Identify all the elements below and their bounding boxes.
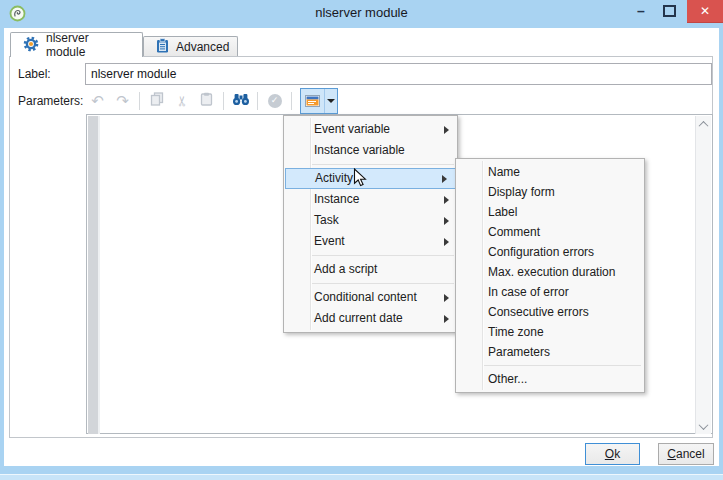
toolbar-separator	[223, 92, 224, 110]
minimize-button[interactable]: –	[628, 0, 654, 22]
parameters-toolbar: ↶ ↷ ✂	[86, 87, 338, 114]
check-circle-icon: ✓	[268, 94, 282, 108]
menu-item-label: Conditional content	[314, 290, 417, 304]
cancel-button-label: Cancel	[667, 447, 704, 461]
menu-item-activity[interactable]: Activity	[285, 168, 456, 189]
submenu-item-name[interactable]: Name	[456, 162, 644, 182]
submenu-arrow-icon	[444, 294, 449, 302]
redo-icon: ↷	[116, 93, 129, 108]
submenu-arrow-icon	[444, 238, 449, 246]
redo-button[interactable]: ↷	[111, 89, 134, 113]
menu-item-label: Task	[314, 213, 339, 227]
close-button[interactable]: ✕	[687, 0, 723, 23]
cancel-button[interactable]: Cancel	[658, 443, 714, 465]
scroll-up-button[interactable]	[696, 116, 711, 132]
tab-nlserver-module[interactable]: nlserver module	[10, 32, 143, 57]
menu-item-conditional-content[interactable]: Conditional content	[284, 287, 457, 308]
tab-advanced[interactable]: Advanced	[143, 36, 238, 57]
menu-item-event[interactable]: Event	[284, 231, 457, 252]
submenu-item-display-form[interactable]: Display form	[456, 182, 644, 202]
copy-button[interactable]	[145, 89, 168, 113]
menu-item-label: Instance variable	[314, 143, 405, 157]
menu-item-label: Add current date	[314, 311, 403, 325]
submenu-arrow-icon	[444, 315, 449, 323]
activity-submenu: Name Display form Label Comment Configur…	[455, 158, 645, 393]
menu-separator	[312, 255, 454, 256]
chevron-down-icon	[699, 420, 709, 430]
menu-item-label: Consecutive errors	[488, 305, 589, 319]
vertical-scrollbar[interactable]	[695, 116, 711, 434]
menu-item-event-variable[interactable]: Event variable	[284, 119, 457, 140]
undo-button[interactable]: ↶	[86, 89, 109, 113]
submenu-item-in-case-of-error[interactable]: In case of error	[456, 282, 644, 302]
binoculars-icon	[232, 93, 250, 109]
titlebar[interactable]: nlserver module – ✕	[0, 0, 723, 28]
menu-item-label: Name	[488, 165, 520, 179]
window-title: nlserver module	[0, 5, 723, 20]
submenu-arrow-icon	[444, 196, 449, 204]
menu-item-add-current-date[interactable]: Add current date	[284, 308, 457, 329]
maximize-icon	[663, 5, 676, 17]
submenu-item-parameters[interactable]: Parameters	[456, 342, 644, 362]
label-input[interactable]	[85, 63, 712, 85]
maximize-button[interactable]	[656, 0, 682, 22]
menu-item-label: Instance	[314, 192, 359, 206]
insert-variable-menu: Event variable Instance variable Activit…	[283, 115, 458, 333]
menu-separator	[312, 164, 454, 165]
menu-item-add-a-script[interactable]: Add a script	[284, 259, 457, 280]
submenu-item-max-execution-duration[interactable]: Max. execution duration	[456, 262, 644, 282]
menu-item-label: Other...	[488, 372, 527, 386]
submenu-item-time-zone[interactable]: Time zone	[456, 322, 644, 342]
submenu-item-consecutive-errors[interactable]: Consecutive errors	[456, 302, 644, 322]
ok-button-label: Ok	[605, 447, 620, 461]
submenu-item-configuration-errors[interactable]: Configuration errors	[456, 242, 644, 262]
dialog-window: nlserver module – ✕ nlserver module	[0, 0, 723, 480]
menu-item-label: Display form	[488, 185, 555, 199]
submenu-item-label[interactable]: Label	[456, 202, 644, 222]
menu-item-label: Comment	[488, 225, 540, 239]
gear-icon	[23, 36, 39, 55]
submenu-arrow-icon	[444, 126, 449, 134]
menu-separator	[312, 283, 454, 284]
window-bottom-border	[0, 466, 723, 474]
submenu-arrow-icon	[442, 175, 447, 183]
menu-item-instance[interactable]: Instance	[284, 189, 457, 210]
tab-label: Advanced	[176, 40, 229, 54]
toolbar-separator	[139, 92, 140, 110]
clipboard-icon	[156, 38, 169, 56]
ok-button[interactable]: Ok	[585, 443, 640, 465]
parameters-caption: Parameters:	[18, 94, 83, 108]
window-bottom-strip	[0, 474, 723, 480]
menu-item-label: Parameters	[488, 345, 550, 359]
chevron-down-icon	[327, 99, 335, 103]
undo-icon: ↶	[91, 93, 104, 108]
scroll-down-button[interactable]	[696, 418, 711, 434]
menu-item-label: Add a script	[314, 262, 377, 276]
minimize-icon: –	[637, 3, 645, 19]
toolbar-separator	[291, 92, 292, 110]
check-glyph: ✓	[271, 96, 279, 105]
submenu-item-comment[interactable]: Comment	[456, 222, 644, 242]
insert-field-icon[interactable]	[301, 89, 325, 113]
menu-item-instance-variable[interactable]: Instance variable	[284, 140, 457, 161]
menu-item-label: Configuration errors	[488, 245, 594, 259]
find-button[interactable]	[229, 89, 252, 113]
cut-button[interactable]: ✂	[170, 89, 193, 113]
submenu-item-other[interactable]: Other...	[456, 369, 644, 389]
validate-button[interactable]: ✓	[263, 89, 286, 113]
label-caption: Label:	[18, 67, 51, 81]
submenu-arrow-icon	[444, 217, 449, 225]
menu-item-label: Time zone	[488, 325, 544, 339]
menu-separator	[484, 365, 641, 366]
menu-item-label: Event variable	[314, 122, 390, 136]
menu-item-label: Max. execution duration	[488, 265, 615, 279]
insert-variable-dropdown-arrow[interactable]	[325, 89, 337, 113]
insert-variable-button[interactable]	[300, 88, 338, 114]
menu-item-task[interactable]: Task	[284, 210, 457, 231]
copy-icon	[150, 92, 164, 109]
cut-icon: ✂	[174, 95, 188, 107]
chevron-up-icon	[699, 120, 709, 130]
editor-gutter	[88, 116, 100, 434]
paste-button[interactable]	[195, 89, 218, 113]
toolbar-separator	[257, 92, 258, 110]
